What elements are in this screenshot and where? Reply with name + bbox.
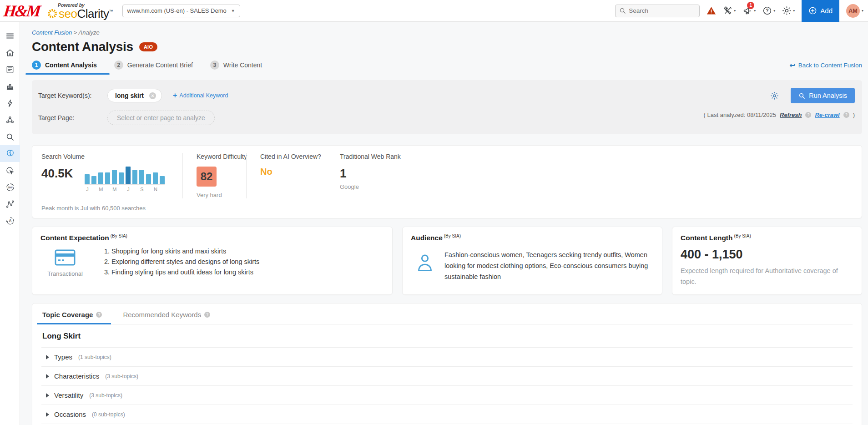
sidebar-item-link-graph[interactable] [0, 196, 20, 212]
refresh-help-icon[interactable] [805, 112, 811, 118]
person-icon [416, 253, 434, 272]
breadcrumb-current: Analyze [79, 29, 100, 36]
search-icon [5, 132, 15, 142]
sidebar-item-analytics[interactable] [0, 78, 20, 95]
web-rank-value: 1 [340, 167, 408, 180]
sidebar-item-engagement[interactable] [0, 162, 20, 179]
refresh-link[interactable]: Refresh [780, 111, 802, 118]
expand-caret-icon[interactable] [46, 355, 49, 359]
sidebar-item-bot-clarity[interactable] [0, 95, 20, 111]
volume-bar-aug [132, 170, 137, 184]
svg-text:A: A [9, 218, 11, 223]
expand-caret-icon[interactable] [46, 393, 49, 398]
seoclarity-gear-icon [47, 8, 58, 19]
chevron-down-icon: ▾ [754, 9, 756, 13]
analysis-settings-gear-icon[interactable] [770, 91, 779, 100]
remove-keyword-icon[interactable] [149, 92, 156, 99]
domain-selector-dropdown[interactable]: www.hm.com (US-en) - SALES Demo ▼ [122, 5, 240, 17]
volume-tick [160, 187, 165, 192]
sidebar-item-content[interactable] [0, 61, 20, 78]
run-analysis-button[interactable]: Run Analysis [791, 88, 855, 103]
by-sia-label: (By SIA) [111, 233, 127, 238]
sidebar-item-home[interactable] [0, 44, 20, 61]
add-button[interactable]: Add [802, 0, 839, 22]
sidebar-menu-toggle[interactable] [0, 27, 20, 44]
topic-row-occasions[interactable]: Occasions (0 sub-topics) [41, 405, 853, 424]
credit-card-icon [55, 249, 76, 266]
step-label: Content Analysis [45, 61, 97, 69]
topic-coverage-help-icon[interactable] [96, 312, 102, 318]
volume-tick [91, 187, 96, 192]
lightning-bolt-icon [5, 99, 15, 108]
target-page-input[interactable]: Select or enter page to analyze [107, 111, 215, 125]
volume-bar-jan [85, 174, 90, 184]
metric-search-volume: Search Volume 40.5K JMMJSN [41, 153, 182, 198]
topic-name: Characteristics [54, 372, 99, 380]
user-menu-button[interactable]: AM ▾ [846, 4, 868, 18]
chevron-down-icon: ▾ [734, 9, 736, 13]
top-bar: H&M Powered by seoClarity™ www.hm.com (U… [0, 0, 868, 22]
metric-label: Keyword Difficulty [197, 153, 246, 160]
brain-icon [5, 149, 15, 158]
keyword-chip[interactable]: long skirt [107, 89, 162, 102]
topic-row-types[interactable]: Types (1 sub-topics) [41, 348, 853, 367]
recrawl-link[interactable]: Re-crawl [815, 111, 839, 118]
click-cursor-icon [5, 166, 15, 175]
announcements-button[interactable]: 1 ▾ [742, 6, 756, 16]
tools-menu-button[interactable]: ▾ [723, 6, 736, 15]
page-title: Content Analysis [32, 40, 133, 54]
sidebar-item-360[interactable]: 360° [0, 179, 20, 196]
volume-tick: J [85, 187, 90, 192]
sidebar-item-connections[interactable] [0, 111, 20, 128]
metric-ai-overview: Cited in AI Overview? No [246, 153, 326, 198]
volume-tick: J [126, 187, 131, 192]
content-length-description: Expected length required for Authoritati… [681, 265, 853, 287]
notification-badge: 1 [747, 2, 754, 9]
topic-row-characteristics[interactable]: Characteristics (3 sub-topics) [41, 367, 853, 386]
help-icon: ? [762, 6, 772, 15]
alerts-button[interactable] [707, 6, 716, 15]
metric-label: Traditional Web Rank [340, 153, 408, 160]
recommended-keywords-help-icon[interactable] [204, 312, 210, 318]
svg-text:?: ? [766, 8, 769, 13]
step-label: Generate Content Brief [127, 61, 193, 69]
search-input[interactable] [629, 7, 692, 14]
chevron-down-icon: ▾ [862, 9, 863, 13]
volume-bar-jul [126, 167, 131, 184]
sidebar-item-translation[interactable]: A [0, 212, 20, 229]
topic-row-versatility[interactable]: Versatility (3 sub-topics) [41, 386, 853, 405]
close-paren: ) [853, 111, 855, 118]
volume-bar-feb [91, 176, 96, 184]
expand-caret-icon[interactable] [46, 412, 49, 417]
volume-bar-nov [153, 172, 158, 184]
chevron-down-icon: ▾ [793, 9, 795, 13]
sidebar-item-content-fusion[interactable] [0, 145, 20, 162]
step-generate-content-brief[interactable]: 2 Generate Content Brief [114, 61, 193, 75]
step-number: 3 [210, 61, 219, 70]
step-content-analysis[interactable]: 1 Content Analysis [32, 61, 97, 75]
additional-keyword-button[interactable]: Additional Keyword [173, 91, 228, 100]
topic-count: (0 sub-topics) [92, 411, 125, 418]
difficulty-note: Very hard [197, 192, 246, 198]
step-label: Write Content [223, 61, 262, 69]
topic-name: Types [54, 353, 72, 361]
tab-topic-coverage[interactable]: Topic Coverage [41, 310, 103, 324]
settings-menu-button[interactable]: ▾ [782, 6, 795, 15]
volume-bar-may [112, 170, 117, 184]
breadcrumb-separator: > [74, 29, 77, 36]
breadcrumb-content-fusion-link[interactable]: Content Fusion [32, 29, 72, 36]
logo-seo-text: seo [59, 8, 77, 20]
topic-name: Occasions [54, 410, 86, 418]
tab-recommended-keywords[interactable]: Recommended Keywords [122, 310, 211, 324]
workflow-steps: 1 Content Analysis 2 Generate Content Br… [32, 61, 862, 75]
peak-month-note: Peak month is Jul with 60,500 searches [41, 205, 853, 212]
expand-caret-icon[interactable] [46, 374, 49, 379]
back-to-content-fusion-link[interactable]: Back to Content Fusion [789, 61, 862, 75]
volume-tick [119, 187, 124, 192]
sidebar-item-research[interactable] [0, 128, 20, 145]
step-write-content[interactable]: 3 Write Content [210, 61, 262, 75]
help-menu-button[interactable]: ? ▾ [762, 6, 775, 15]
recrawl-help-icon[interactable] [843, 112, 849, 118]
aio-badge: AIO [139, 42, 157, 51]
target-page-label: Target Page: [38, 114, 107, 121]
